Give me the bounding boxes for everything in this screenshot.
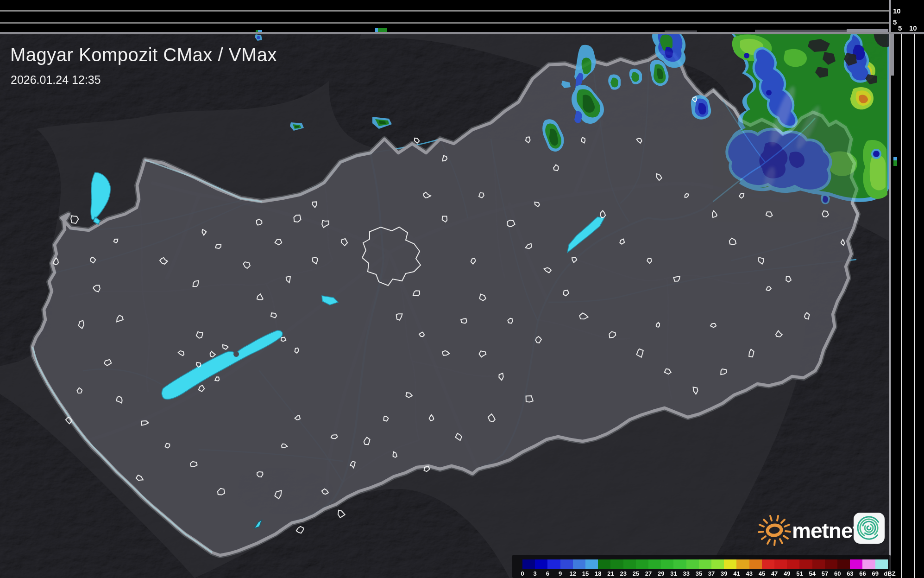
legend-tick-label: 69 (872, 570, 879, 577)
radar-map (0, 0, 924, 578)
legend-color-cell (573, 559, 585, 569)
legend-color-bar (522, 559, 888, 569)
legend-tick-label: 6 (546, 570, 549, 577)
legend-tick-label: 66 (859, 570, 866, 577)
legend-color-cell (736, 559, 749, 569)
top-strip-echo (375, 28, 378, 32)
dbz-color-legend: 0369121518212325272931333537394143454749… (512, 555, 891, 578)
metnet-wordmark: metnet (792, 518, 859, 543)
legend-color-cell (850, 559, 862, 569)
legend-tick-label: 3 (534, 570, 537, 577)
tihany-notch (233, 351, 239, 357)
legend-tick-label: 37 (708, 570, 715, 577)
legend-color-cell (749, 559, 762, 569)
map-area (0, 28, 924, 578)
range-axis-tick-10: 10 (909, 25, 917, 32)
legend-color-cell (623, 559, 636, 569)
legend-color-cell (636, 559, 648, 569)
legend-tick-label: 57 (822, 570, 828, 577)
legend-color-cell (875, 559, 888, 569)
legend-color-cell (787, 559, 799, 569)
metnet-logo: metnet (757, 510, 891, 549)
right-strip-echo (893, 157, 897, 160)
legend-color-cell (686, 559, 699, 569)
legend-color-cell (610, 559, 623, 569)
height-axis-tick-5: 5 (893, 19, 897, 25)
legend-tick-label: 47 (771, 570, 778, 577)
legend-color-cell (560, 559, 573, 569)
page-title: Magyar Kompozit CMax / VMax (10, 44, 277, 65)
legend-tick-label: 49 (784, 570, 790, 577)
legend-color-cell (673, 559, 686, 569)
radar-screen: Magyar Kompozit CMax / VMax 2026.01.24 1… (0, 0, 924, 578)
legend-tick-label: 21 (607, 570, 614, 577)
legend-tick-label: 27 (645, 570, 652, 577)
spiral-icon (854, 513, 885, 544)
height-axis-tick-10: 10 (893, 7, 901, 14)
top-profile-strip (0, 0, 924, 32)
right-profile-strip (891, 33, 924, 578)
legend-tick-label: 43 (746, 570, 752, 577)
legend-tick-label: 39 (721, 570, 727, 577)
range-axis-tick-5: 5 (898, 25, 902, 32)
sun-icon (757, 510, 792, 549)
legend-tick-label: 25 (633, 570, 639, 577)
legend-color-cell (724, 559, 736, 569)
legend-color-cell (799, 559, 812, 569)
legend-tick-label: 63 (847, 570, 853, 577)
legend-color-cell (648, 559, 661, 569)
legend-tick-label: 18 (595, 570, 601, 577)
legend-color-cell (762, 559, 774, 569)
legend-tick-label: 29 (658, 570, 664, 577)
legend-color-cell (699, 559, 711, 569)
legend-tick-label: 60 (834, 570, 841, 577)
panel-divider (889, 0, 891, 578)
legend-color-cell (862, 559, 875, 569)
legend-tick-label: 0 (521, 570, 524, 577)
legend-color-cell (598, 559, 610, 569)
legend-tick-label: 35 (696, 570, 702, 577)
metnet-app-icon (854, 513, 885, 544)
legend-tick-label: 23 (620, 570, 626, 577)
legend-color-cell (547, 559, 560, 569)
legend-tick-label: 54 (809, 570, 816, 577)
legend-color-cell (825, 559, 837, 569)
legend-tick-label: 51 (796, 570, 803, 577)
legend-color-cell (585, 559, 598, 569)
legend-tick-label: 41 (733, 570, 740, 577)
legend-tick-label: 45 (759, 570, 765, 577)
timestamp: 2026.01.24 12:35 (11, 73, 101, 87)
legend-color-cell (522, 559, 535, 569)
legend-tick-label: 9 (559, 570, 562, 577)
legend-tick-label: 15 (582, 570, 589, 577)
legend-tick-label: 12 (570, 570, 576, 577)
legend-tick-label: 31 (670, 570, 677, 577)
legend-tick-label: 33 (683, 570, 689, 577)
legend-color-cell (535, 559, 547, 569)
legend-color-cell (711, 559, 724, 569)
legend-color-cell (661, 559, 673, 569)
legend-color-cell (837, 559, 850, 569)
map-top-divider (0, 32, 924, 34)
legend-color-cell (774, 559, 787, 569)
legend-color-cell (812, 559, 825, 569)
legend-unit-label: dBZ (884, 570, 895, 577)
